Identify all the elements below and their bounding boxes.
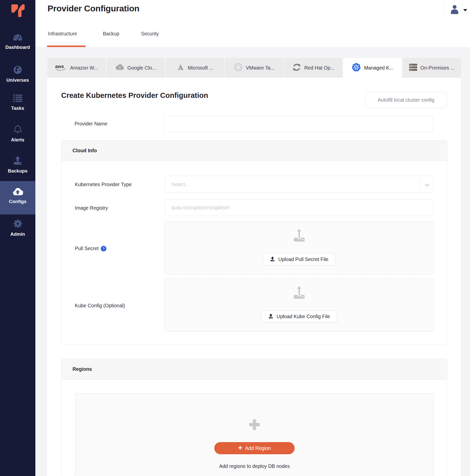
google-cloud-icon [115,64,124,72]
sidebar-item-label: Dashboard [5,45,30,50]
regions-section-title: Regions [61,359,447,380]
regions-hint-text: Add regions to deploy DB nodes [75,463,434,469]
user-icon [450,11,459,15]
sidebar-item-tasks[interactable]: Tasks [0,94,35,111]
image-registry-label: Image Registry [75,205,108,211]
upload-drive-icon [292,285,306,301]
provider-name-label: Provider Name [75,121,107,127]
sidebar-item-label: Backups [8,168,28,174]
select-divider [420,176,421,192]
aws-icon: aws [55,63,67,73]
provider-tab-label: Managed K... [364,65,393,71]
provider-tab-label: On-Premises ... [420,65,455,71]
kube-config-label: Kube Config (Optional) [75,303,125,309]
provider-tab-label: Red Hat Op... [304,65,334,71]
page-header: Provider Configuration Infrastructure Ba… [35,0,470,47]
upload-pull-secret-button[interactable]: Upload Pull Secret File [263,253,335,265]
vmware-tanzu-icon [234,63,243,73]
sidebar-item-dashboard[interactable]: Dashboard [0,34,35,50]
upload-kube-config-button[interactable]: Upload Kube Config File [261,311,337,322]
user-menu-button[interactable] [450,4,469,16]
provider-tab-vmware-tanzu[interactable]: VMware Ta... [225,58,283,78]
sidebar-item-label: Configs [9,199,27,204]
provider-tab-label: Amazon W... [70,65,98,71]
select-placeholder: Select... [171,181,189,187]
on-premises-icon [409,63,417,72]
plus-icon [249,419,260,430]
header-divider [444,2,444,18]
add-region-button[interactable]: Add Region [214,442,295,454]
chevron-down-icon [463,9,467,11]
sidebar-item-backups[interactable]: Backups [0,156,35,174]
kube-config-dropzone[interactable]: Upload Kube Config File [164,278,434,332]
chevron-down-icon [425,183,429,186]
pull-secret-label: Pull Secret ? [75,246,106,251]
provider-tab-label: VMware Ta... [246,65,274,71]
sidebar-item-label: Tasks [11,105,24,111]
tab-backup[interactable]: Backup [103,31,119,37]
image-registry-input[interactable] [164,199,434,216]
upload-icon [268,313,273,320]
sidebar-item-universes[interactable]: Universes [0,65,35,83]
backup-upload-icon [13,156,22,166]
sidebar: Dashboard Universes [0,0,35,476]
cloud-info-section-title: Cloud Info [61,140,447,161]
help-icon[interactable]: ? [101,246,106,251]
gauge-icon [13,34,23,42]
sidebar-item-configs[interactable]: Configs [0,181,35,214]
provider-tab-aws[interactable]: aws Amazon W... [47,58,106,78]
upload-icon [270,256,275,263]
cloud-upload-icon [12,188,23,197]
app-window: Dashboard Universes [0,0,470,476]
bell-icon [13,125,22,135]
upload-drive-icon [292,228,306,244]
kubernetes-icon [351,62,361,73]
sidebar-item-label: Universes [6,77,29,83]
openshift-icon [292,63,301,73]
tab-security[interactable]: Security [141,31,159,37]
provider-tab-strip: aws Amazon W... Google Clo... [47,58,461,78]
provider-tab-kubernetes[interactable]: Managed K... [343,58,402,78]
form-heading: Create Kubernetes Provider Configuration [61,91,208,100]
kubernetes-provider-type-select[interactable]: Select... [164,176,434,193]
regions-empty-dropzone: Add Region Add regions to deploy DB node… [75,393,434,476]
regions-section: Regions Add Region Add regions to deploy… [61,359,447,476]
autofill-local-cluster-config-button[interactable]: Autofill local cluster config [365,92,447,108]
cloud-info-section: Cloud Info Kubernetes Provider Type Sele… [61,140,447,344]
sidebar-item-label: Alerts [11,137,24,143]
pull-secret-dropzone[interactable]: Upload Pull Secret File [164,221,434,274]
globe-icon [13,65,22,75]
kubernetes-provider-type-label: Kubernetes Provider Type [75,182,132,187]
plus-icon [238,445,242,451]
tab-infrastructure[interactable]: Infrastructure [48,31,77,37]
provider-name-input[interactable] [163,116,433,133]
gear-icon [13,219,22,229]
svg-text:aws: aws [55,64,64,69]
provider-tab-openshift[interactable]: Red Hat Op... [284,58,342,78]
sidebar-item-alerts[interactable]: Alerts [0,125,35,143]
sidebar-item-admin[interactable]: Admin [0,219,35,237]
provider-tab-gcp[interactable]: Google Clo... [106,58,165,78]
page-title: Provider Configuration [48,4,139,13]
provider-tab-label: Microsoft ... [188,65,213,71]
provider-tab-label: Google Clo... [127,65,156,71]
provider-tab-azure[interactable]: Microsoft ... [166,58,224,78]
task-list-icon [13,94,22,103]
sidebar-item-label: Admin [10,231,25,237]
provider-tab-onprem[interactable]: On-Premises ... [403,58,461,78]
active-tab-underline [47,46,86,47]
azure-icon [176,64,185,72]
yugabyte-logo-icon[interactable] [10,4,25,19]
